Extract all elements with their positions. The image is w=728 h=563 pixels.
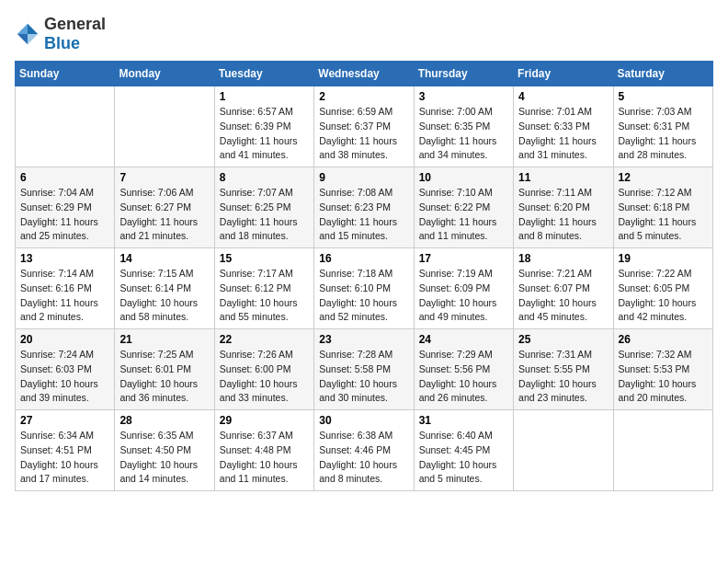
day-number: 29: [220, 414, 309, 427]
calendar-day-13: 13Sunrise: 7:14 AMSunset: 6:16 PMDayligh…: [16, 248, 115, 329]
day-info: Sunrise: 7:03 AMSunset: 6:31 PMDaylight:…: [619, 105, 708, 163]
day-info: Sunrise: 7:07 AMSunset: 6:25 PMDaylight:…: [220, 186, 309, 244]
calendar-day-9: 9Sunrise: 7:08 AMSunset: 6:23 PMDaylight…: [314, 167, 414, 248]
day-info: Sunrise: 7:18 AMSunset: 6:10 PMDaylight:…: [319, 267, 408, 325]
day-info: Sunrise: 6:40 AMSunset: 4:45 PMDaylight:…: [419, 429, 508, 487]
day-info: Sunrise: 6:34 AMSunset: 4:51 PMDaylight:…: [20, 429, 109, 487]
calendar-day-23: 23Sunrise: 7:28 AMSunset: 5:58 PMDayligh…: [314, 329, 414, 410]
calendar-day-27: 27Sunrise: 6:34 AMSunset: 4:51 PMDayligh…: [16, 410, 115, 491]
day-info: Sunrise: 6:57 AMSunset: 6:39 PMDaylight:…: [220, 105, 309, 163]
logo-icon: [15, 21, 40, 47]
day-info: Sunrise: 7:14 AMSunset: 6:16 PMDaylight:…: [20, 267, 109, 325]
calendar-day-28: 28Sunrise: 6:35 AMSunset: 4:50 PMDayligh…: [115, 410, 214, 491]
calendar-day-24: 24Sunrise: 7:29 AMSunset: 5:56 PMDayligh…: [414, 329, 513, 410]
day-info: Sunrise: 7:12 AMSunset: 6:18 PMDaylight:…: [619, 186, 708, 244]
day-number: 3: [419, 90, 508, 103]
calendar-day-5: 5Sunrise: 7:03 AMSunset: 6:31 PMDaylight…: [613, 86, 712, 167]
calendar-day-14: 14Sunrise: 7:15 AMSunset: 6:14 PMDayligh…: [115, 248, 214, 329]
calendar-day-30: 30Sunrise: 6:38 AMSunset: 4:46 PMDayligh…: [314, 410, 414, 491]
calendar-day-20: 20Sunrise: 7:24 AMSunset: 6:03 PMDayligh…: [16, 329, 115, 410]
day-header-tuesday: Tuesday: [214, 62, 313, 86]
day-number: 7: [119, 171, 209, 184]
day-number: 9: [319, 171, 408, 184]
svg-marker-0: [28, 24, 38, 34]
day-number: 15: [220, 252, 309, 265]
day-info: Sunrise: 7:04 AMSunset: 6:29 PMDaylight:…: [20, 186, 109, 244]
day-number: 18: [518, 252, 608, 265]
day-info: Sunrise: 7:28 AMSunset: 5:58 PMDaylight:…: [319, 348, 408, 406]
calendar-day-8: 8Sunrise: 7:07 AMSunset: 6:25 PMDaylight…: [214, 167, 313, 248]
calendar-day-11: 11Sunrise: 7:11 AMSunset: 6:20 PMDayligh…: [514, 167, 613, 248]
day-info: Sunrise: 7:08 AMSunset: 6:23 PMDaylight:…: [319, 186, 408, 244]
svg-marker-3: [28, 34, 38, 44]
day-info: Sunrise: 7:24 AMSunset: 6:03 PMDaylight:…: [20, 348, 109, 406]
day-header-wednesday: Wednesday: [314, 62, 414, 86]
calendar-day-1: 1Sunrise: 6:57 AMSunset: 6:39 PMDaylight…: [214, 86, 313, 167]
day-number: 13: [20, 252, 109, 265]
logo: General Blue: [15, 15, 106, 53]
calendar-day-empty: [16, 86, 115, 167]
calendar-day-26: 26Sunrise: 7:32 AMSunset: 5:53 PMDayligh…: [613, 329, 712, 410]
day-number: 25: [518, 333, 608, 346]
day-info: Sunrise: 7:00 AMSunset: 6:35 PMDaylight:…: [419, 105, 508, 163]
day-number: 12: [619, 171, 708, 184]
day-info: Sunrise: 6:37 AMSunset: 4:48 PMDaylight:…: [220, 429, 309, 487]
day-info: Sunrise: 7:15 AMSunset: 6:14 PMDaylight:…: [119, 267, 209, 325]
day-number: 10: [419, 171, 508, 184]
day-number: 8: [220, 171, 309, 184]
calendar-day-7: 7Sunrise: 7:06 AMSunset: 6:27 PMDaylight…: [115, 167, 214, 248]
calendar-day-29: 29Sunrise: 6:37 AMSunset: 4:48 PMDayligh…: [214, 410, 313, 491]
day-number: 4: [518, 90, 608, 103]
day-number: 24: [419, 333, 508, 346]
day-number: 26: [619, 333, 708, 346]
logo-blue: Blue: [44, 34, 80, 52]
day-number: 17: [419, 252, 508, 265]
calendar-table: SundayMondayTuesdayWednesdayThursdayFrid…: [15, 61, 713, 491]
day-number: 27: [20, 414, 109, 427]
calendar-day-10: 10Sunrise: 7:10 AMSunset: 6:22 PMDayligh…: [414, 167, 513, 248]
day-info: Sunrise: 7:10 AMSunset: 6:22 PMDaylight:…: [419, 186, 508, 244]
logo-general: General: [44, 15, 106, 33]
day-number: 11: [518, 171, 608, 184]
calendar-day-3: 3Sunrise: 7:00 AMSunset: 6:35 PMDaylight…: [414, 86, 513, 167]
calendar-day-4: 4Sunrise: 7:01 AMSunset: 6:33 PMDaylight…: [514, 86, 613, 167]
day-info: Sunrise: 7:31 AMSunset: 5:55 PMDaylight:…: [518, 348, 608, 406]
calendar-day-2: 2Sunrise: 6:59 AMSunset: 6:37 PMDaylight…: [314, 86, 414, 167]
day-header-saturday: Saturday: [613, 62, 712, 86]
day-info: Sunrise: 6:35 AMSunset: 4:50 PMDaylight:…: [119, 429, 209, 487]
calendar-day-empty: [613, 410, 712, 491]
day-info: Sunrise: 7:22 AMSunset: 6:05 PMDaylight:…: [619, 267, 708, 325]
svg-marker-1: [17, 24, 28, 34]
day-number: 14: [119, 252, 209, 265]
day-number: 6: [20, 171, 109, 184]
calendar-day-17: 17Sunrise: 7:19 AMSunset: 6:09 PMDayligh…: [414, 248, 513, 329]
calendar-day-empty: [115, 86, 214, 167]
day-header-sunday: Sunday: [16, 62, 115, 86]
calendar-day-15: 15Sunrise: 7:17 AMSunset: 6:12 PMDayligh…: [214, 248, 313, 329]
day-info: Sunrise: 7:32 AMSunset: 5:53 PMDaylight:…: [619, 348, 708, 406]
day-header-thursday: Thursday: [414, 62, 513, 86]
calendar-week-row: 1Sunrise: 6:57 AMSunset: 6:39 PMDaylight…: [16, 86, 713, 167]
calendar-day-6: 6Sunrise: 7:04 AMSunset: 6:29 PMDaylight…: [16, 167, 115, 248]
day-number: 20: [20, 333, 109, 346]
calendar-day-19: 19Sunrise: 7:22 AMSunset: 6:05 PMDayligh…: [613, 248, 712, 329]
day-header-friday: Friday: [514, 62, 613, 86]
day-info: Sunrise: 7:26 AMSunset: 6:00 PMDaylight:…: [220, 348, 309, 406]
day-number: 28: [119, 414, 209, 427]
day-number: 30: [319, 414, 408, 427]
day-number: 1: [220, 90, 309, 103]
calendar-header-row: SundayMondayTuesdayWednesdayThursdayFrid…: [16, 62, 713, 86]
day-number: 16: [319, 252, 408, 265]
day-number: 23: [319, 333, 408, 346]
calendar-week-row: 20Sunrise: 7:24 AMSunset: 6:03 PMDayligh…: [16, 329, 713, 410]
day-info: Sunrise: 6:59 AMSunset: 6:37 PMDaylight:…: [319, 105, 408, 163]
day-number: 5: [619, 90, 708, 103]
day-number: 21: [119, 333, 209, 346]
day-info: Sunrise: 7:17 AMSunset: 6:12 PMDaylight:…: [220, 267, 309, 325]
day-number: 31: [419, 414, 508, 427]
day-info: Sunrise: 6:38 AMSunset: 4:46 PMDaylight:…: [319, 429, 408, 487]
calendar-day-empty: [514, 410, 613, 491]
page-header: General Blue: [15, 15, 713, 53]
day-info: Sunrise: 7:01 AMSunset: 6:33 PMDaylight:…: [518, 105, 608, 163]
calendar-day-22: 22Sunrise: 7:26 AMSunset: 6:00 PMDayligh…: [214, 329, 313, 410]
